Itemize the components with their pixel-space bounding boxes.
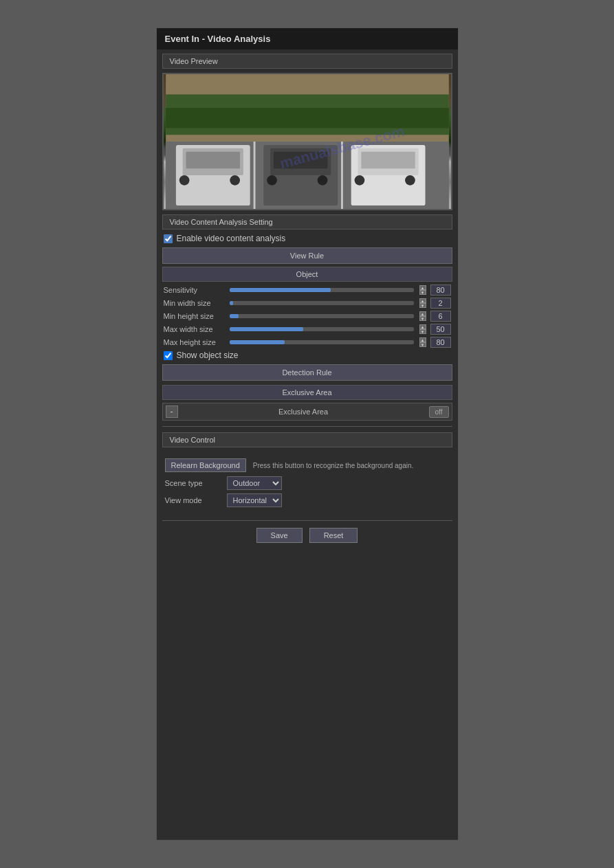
video-frame: manualsbase.com (164, 74, 451, 209)
sensitivity-down-btn[interactable]: ▼ (419, 290, 426, 295)
sensitivity-value[interactable] (430, 285, 451, 296)
svg-rect-18 (361, 152, 415, 169)
max-height-slider-container (230, 337, 414, 347)
divider-1 (162, 426, 452, 427)
min-height-row: Min height size ▲ ▼ (164, 311, 451, 322)
sensitivity-row: Sensitivity ▲ ▼ (164, 285, 451, 296)
svg-rect-4 (253, 142, 255, 209)
enable-vca-row: Enable video content analysis (164, 234, 451, 243)
max-height-controls: ▲ ▼ (419, 337, 426, 347)
svg-rect-10 (230, 175, 240, 186)
min-width-down-btn[interactable]: ▼ (419, 303, 426, 308)
svg-rect-14 (267, 175, 277, 186)
page-title: Event In - Video Analysis (157, 28, 458, 49)
max-height-value[interactable] (430, 337, 451, 348)
scene-type-label: Scene type (165, 479, 220, 487)
max-width-value[interactable] (430, 324, 451, 335)
view-mode-select[interactable]: Horizontal Vertical (227, 493, 282, 507)
relearn-desc: Press this button to recognize the backg… (253, 462, 413, 469)
relearn-background-button[interactable]: Relearn Background (165, 458, 246, 472)
object-header: Object (162, 267, 452, 282)
min-height-label: Min height size (164, 312, 226, 320)
video-control-header: Video Control (162, 432, 452, 447)
video-scene: manualsbase.com (164, 74, 451, 209)
save-button[interactable]: Save (256, 528, 303, 543)
min-width-up-btn[interactable]: ▲ (419, 298, 426, 303)
max-width-track[interactable] (230, 327, 414, 331)
min-width-row: Min width size ▲ ▼ (164, 298, 451, 309)
svg-rect-8 (186, 152, 239, 169)
bottom-buttons: Save Reset (157, 528, 458, 543)
show-object-size-label: Show object size (177, 350, 239, 360)
scene-type-row: Scene type Outdoor Indoor (165, 476, 450, 490)
max-width-up-btn[interactable]: ▲ (419, 324, 426, 329)
video-preview-header: Video Preview (162, 54, 452, 69)
scene-type-select[interactable]: Outdoor Indoor (227, 476, 282, 490)
min-height-slider-container (230, 311, 414, 321)
max-width-down-btn[interactable]: ▼ (419, 329, 426, 334)
main-panel: Event In - Video Analysis Video Preview (156, 27, 459, 841)
show-object-size-checkbox[interactable] (164, 351, 173, 360)
svg-rect-2 (166, 108, 449, 128)
view-rule-button[interactable]: View Rule (162, 247, 452, 264)
min-width-track[interactable] (230, 301, 414, 305)
sensitivity-label: Sensitivity (164, 286, 226, 294)
svg-rect-19 (354, 175, 364, 186)
sensitivity-controls: ▲ ▼ (419, 285, 426, 295)
exclusive-area-label: Exclusive Area (182, 408, 425, 416)
sensitivity-fill (230, 288, 331, 292)
max-height-track[interactable] (230, 340, 414, 344)
min-width-label: Min width size (164, 299, 226, 307)
max-width-controls: ▲ ▼ (419, 324, 426, 334)
min-width-fill (230, 301, 233, 305)
max-width-slider-container (230, 324, 414, 334)
min-height-track[interactable] (230, 314, 414, 318)
exclusive-area-header: Exclusive Area (162, 385, 452, 400)
max-height-fill (230, 340, 285, 344)
sensitivity-up-btn[interactable]: ▲ (419, 285, 426, 290)
enable-vca-label: Enable video content analysis (177, 234, 286, 243)
max-height-down-btn[interactable]: ▼ (419, 342, 426, 347)
max-width-row: Max width size ▲ ▼ (164, 324, 451, 335)
min-height-up-btn[interactable]: ▲ (419, 311, 426, 316)
max-height-row: Max height size ▲ ▼ (164, 337, 451, 348)
show-object-size-row: Show object size (164, 350, 451, 360)
min-height-fill (230, 314, 239, 318)
max-height-label: Max height size (164, 338, 226, 346)
min-width-slider-container (230, 298, 414, 308)
min-width-controls: ▲ ▼ (419, 298, 426, 308)
relearn-row: Relearn Background Press this button to … (165, 458, 450, 472)
min-height-value[interactable] (430, 311, 451, 322)
sliders-container: Sensitivity ▲ ▼ Min width size ▲ (157, 285, 458, 348)
divider-2 (162, 520, 452, 521)
min-height-controls: ▲ ▼ (419, 311, 426, 321)
exclusive-area-minus-btn[interactable]: - (166, 405, 178, 418)
view-mode-row: View mode Horizontal Vertical (165, 493, 450, 507)
video-preview: manualsbase.com (162, 73, 452, 210)
max-width-label: Max width size (164, 325, 226, 333)
exclusive-area-section: Exclusive Area - Exclusive Area off (162, 385, 452, 421)
detection-rule-button[interactable]: Detection Rule (162, 364, 452, 381)
max-width-fill (230, 327, 303, 331)
vca-section-header: Video Content Analysis Setting (162, 214, 452, 230)
video-control-content: Relearn Background Press this button to … (157, 450, 458, 515)
sensitivity-slider-container (230, 285, 414, 295)
svg-rect-9 (179, 175, 189, 186)
svg-rect-20 (405, 175, 415, 186)
min-width-value[interactable] (430, 298, 451, 309)
enable-vca-checkbox[interactable] (164, 234, 173, 243)
min-height-down-btn[interactable]: ▼ (419, 316, 426, 321)
exclusive-area-row: - Exclusive Area off (162, 403, 452, 421)
reset-button[interactable]: Reset (309, 528, 358, 543)
sensitivity-track[interactable] (230, 288, 414, 292)
max-height-up-btn[interactable]: ▲ (419, 337, 426, 342)
svg-rect-15 (317, 175, 327, 186)
exclusive-area-toggle[interactable]: off (429, 406, 449, 418)
view-mode-label: View mode (165, 496, 220, 504)
